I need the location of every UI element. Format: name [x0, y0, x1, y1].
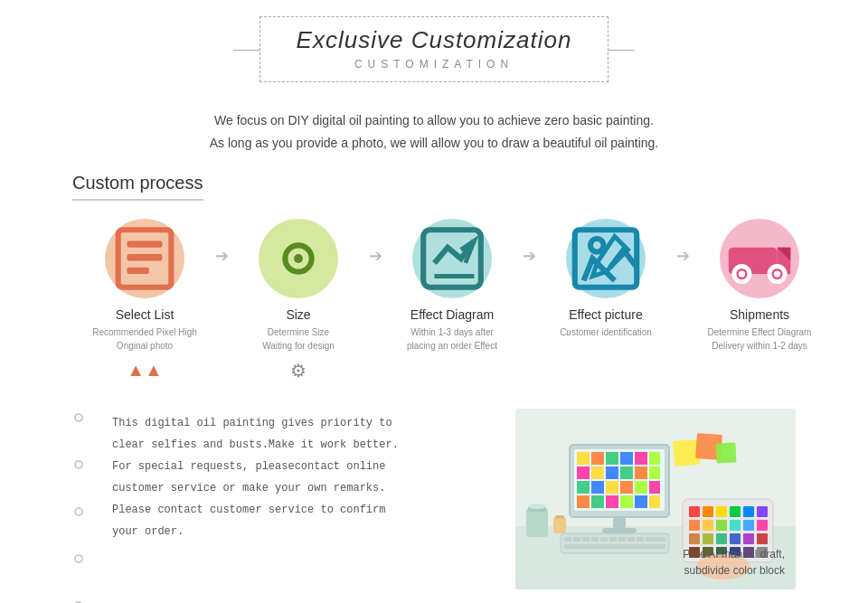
svg-rect-38 — [577, 495, 590, 508]
step-label-2: Size — [286, 307, 310, 322]
step-shipments: Shipments Determine Effect DiagramDelive… — [696, 219, 823, 353]
dots-column — [72, 409, 85, 603]
svg-rect-26 — [577, 466, 590, 479]
description: We focus on DIY digital oil painting to … — [0, 91, 868, 164]
svg-rect-65 — [689, 520, 700, 531]
step-circle-4 — [566, 219, 646, 298]
svg-rect-42 — [635, 495, 647, 508]
process-title: Custom process — [72, 173, 203, 201]
svg-rect-6 — [423, 231, 481, 288]
main-title: Exclusive Customization — [297, 26, 572, 54]
header-border-box: Exclusive Customization CUSTOMIZATION — [259, 16, 609, 82]
step-size: Size Determine SizeWaiting for design ⚙ — [235, 219, 362, 382]
svg-rect-23 — [620, 452, 633, 465]
svg-rect-67 — [716, 520, 727, 531]
svg-rect-47 — [564, 537, 571, 542]
info-line-1: This digital oil painting gives priority… — [112, 412, 488, 434]
svg-point-89 — [528, 504, 546, 509]
svg-rect-57 — [564, 544, 665, 549]
svg-rect-87 — [526, 508, 548, 537]
svg-rect-55 — [637, 537, 644, 542]
info-line-2: clear selfies and busts.Make it work bet… — [112, 434, 488, 456]
step-label-3: Effect Diagram — [410, 307, 494, 322]
svg-rect-33 — [591, 481, 604, 494]
svg-rect-32 — [577, 481, 590, 494]
svg-point-14 — [739, 271, 745, 278]
svg-rect-86 — [715, 443, 736, 464]
svg-rect-39 — [591, 495, 604, 508]
step-effect-diagram: Effect Diagram Within 1-3 days afterplac… — [389, 219, 515, 353]
svg-rect-53 — [618, 537, 626, 542]
dot-1 — [74, 413, 83, 422]
mountain-sub-icon: ▲▲ — [127, 360, 163, 381]
svg-rect-28 — [606, 466, 618, 479]
description-line1: We focus on DIY digital oil painting to … — [36, 109, 832, 132]
svg-point-7 — [590, 239, 604, 252]
svg-rect-48 — [573, 537, 580, 542]
effect-diagram-icon — [412, 219, 492, 298]
shipments-icon — [720, 219, 799, 298]
svg-rect-70 — [757, 520, 768, 531]
dot-2 — [74, 460, 83, 469]
svg-point-15 — [774, 271, 780, 278]
step-circle-3 — [412, 219, 492, 298]
svg-rect-2 — [127, 254, 162, 260]
info-text: This digital oil painting gives priority… — [112, 409, 488, 542]
dot-4 — [74, 554, 83, 563]
svg-rect-20 — [577, 452, 590, 465]
step-circle-5 — [720, 219, 799, 298]
svg-rect-54 — [627, 537, 635, 542]
arrow-3: ➔ — [515, 246, 542, 266]
step-label-5: Shipments — [730, 307, 789, 322]
svg-rect-71 — [689, 533, 700, 544]
image-box: Pure AI manual draft, subdivide color bl… — [515, 409, 796, 589]
svg-rect-73 — [716, 533, 727, 544]
list-icon — [105, 219, 184, 298]
steps-row: Select List Recommended Pixel HighOrigin… — [81, 219, 796, 382]
step-effect-picture: Effect picture Customer identification — [542, 219, 669, 339]
sub-title: CUSTOMIZATION — [297, 58, 572, 71]
step-label-4: Effect picture — [569, 307, 642, 322]
svg-rect-50 — [591, 537, 599, 542]
svg-rect-40 — [606, 495, 618, 508]
description-line2: As long as you provide a photo, we will … — [36, 132, 832, 155]
svg-rect-59 — [689, 506, 700, 517]
info-line-4: customer service or make your own remark… — [112, 477, 488, 499]
arrow-4: ➔ — [669, 246, 696, 266]
svg-rect-21 — [591, 452, 604, 465]
step-desc-4: Customer identification — [560, 325, 652, 339]
svg-rect-91 — [555, 515, 564, 519]
dot-3 — [74, 507, 83, 516]
svg-rect-68 — [730, 520, 741, 531]
step-circle-1 — [105, 219, 184, 298]
step-desc-1: Recommended Pixel HighOriginal photo — [92, 325, 197, 353]
svg-point-5 — [294, 254, 303, 263]
svg-rect-34 — [606, 481, 618, 494]
step-desc-5: Determine Effect DiagramDelivery within … — [708, 325, 812, 353]
step-desc-2: Determine SizeWaiting for design — [262, 325, 335, 353]
arrow-1: ➔ — [208, 246, 235, 266]
process-section: Custom process Select List Recommended P… — [0, 164, 868, 400]
step-label-1: Select List — [116, 307, 175, 322]
svg-rect-49 — [582, 537, 590, 542]
svg-rect-29 — [620, 466, 633, 479]
gear-sub-icon: ⚙ — [290, 360, 307, 382]
svg-rect-62 — [730, 506, 741, 517]
svg-rect-66 — [703, 520, 713, 531]
caption-line2: subdivide color block — [684, 564, 785, 577]
svg-rect-37 — [649, 481, 660, 494]
svg-rect-90 — [553, 517, 566, 533]
svg-rect-52 — [609, 537, 617, 542]
svg-rect-41 — [620, 495, 633, 508]
svg-rect-56 — [646, 537, 665, 542]
bottom-section: This digital oil painting gives priority… — [0, 400, 868, 603]
header-section: Exclusive Customization CUSTOMIZATION — [0, 0, 868, 91]
svg-rect-35 — [620, 481, 633, 494]
svg-rect-76 — [757, 533, 768, 544]
svg-rect-60 — [703, 506, 713, 517]
svg-rect-27 — [591, 466, 604, 479]
svg-rect-22 — [606, 452, 618, 465]
effect-picture-icon — [566, 219, 646, 298]
svg-rect-46 — [561, 533, 669, 553]
svg-rect-75 — [743, 533, 754, 544]
